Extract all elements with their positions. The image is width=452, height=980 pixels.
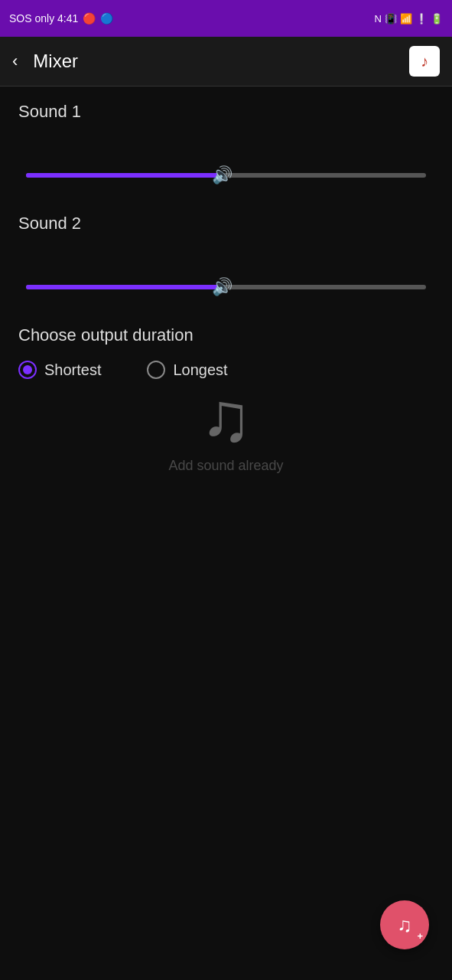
radio-circle-shortest[interactable] (18, 361, 37, 379)
volume-icon-2: 🔊 (212, 277, 233, 297)
radio-shortest[interactable]: Shortest (18, 361, 101, 379)
vibrate-icon: 📳 (385, 13, 397, 24)
status-bar-left: SOS only 4:41 🔴 🔵 (9, 12, 113, 24)
wifi-icon: 📶 (400, 13, 412, 24)
sound2-thumb[interactable]: 🔊 (210, 275, 234, 299)
nfc-icon: N (375, 13, 382, 24)
alert-icon: ❕ (415, 13, 428, 24)
status-icons: N 📳 📶 ❕ 🔋 (375, 13, 443, 24)
content-area: Sound 1 🔊 Sound 2 🔊 Choose output durati… (0, 87, 452, 394)
status-text: SOS only 4:41 (9, 12, 78, 24)
volume-icon-1: 🔊 (212, 165, 233, 185)
sound1-fill (26, 173, 222, 178)
page-title: Mixer (33, 51, 394, 72)
emoji-icon2: 🔵 (100, 12, 113, 24)
radio-longest[interactable]: Longest (147, 361, 227, 379)
app-bar: ‹ Mixer ♪ (0, 37, 452, 86)
sound1-label: Sound 1 (18, 102, 434, 122)
fab-icon: ♫ (397, 913, 412, 937)
music-overlay: ♫ Add sound already (168, 383, 283, 474)
radio-label-longest: Longest (173, 361, 227, 379)
sound2-slider-area: 🔊 (18, 264, 434, 310)
music-library-button[interactable]: ♪ (409, 46, 440, 77)
sound1-section: Sound 1 🔊 (18, 102, 434, 198)
sound1-thumb[interactable]: 🔊 (210, 163, 234, 188)
back-icon: ‹ (12, 51, 18, 71)
status-bar: SOS only 4:41 🔴 🔵 N 📳 📶 ❕ 🔋 (0, 0, 452, 37)
duration-title: Choose output duration (18, 325, 434, 345)
fab-plus-icon: + (417, 930, 423, 942)
radio-group: Shortest Longest (18, 361, 434, 379)
radio-circle-longest[interactable] (147, 361, 165, 379)
sound1-slider-area: 🔊 (18, 152, 434, 198)
duration-section: Choose output duration Shortest Longest (18, 325, 434, 379)
sound1-track[interactable]: 🔊 (26, 173, 426, 178)
sound2-track[interactable]: 🔊 (26, 285, 426, 289)
sound2-fill (26, 285, 222, 289)
sound2-section: Sound 2 🔊 (18, 214, 434, 310)
battery-icon: 🔋 (431, 13, 443, 24)
add-music-fab[interactable]: ♫ + (380, 900, 429, 949)
emoji-icon1: 🔴 (83, 12, 96, 24)
back-button[interactable]: ‹ (12, 51, 18, 71)
radio-label-shortest: Shortest (44, 361, 101, 379)
sound2-label: Sound 2 (18, 214, 434, 234)
music-library-icon: ♪ (421, 53, 428, 70)
add-sound-hint: Add sound already (168, 458, 283, 474)
